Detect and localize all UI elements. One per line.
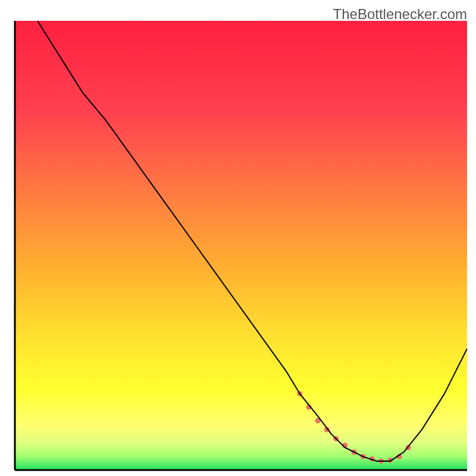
plot-background [15,21,467,470]
chart-container: TheBottlenecker.com [0,0,476,476]
watermark-label: TheBottlenecker.com [333,6,467,23]
bottleneck-chart [0,0,476,476]
